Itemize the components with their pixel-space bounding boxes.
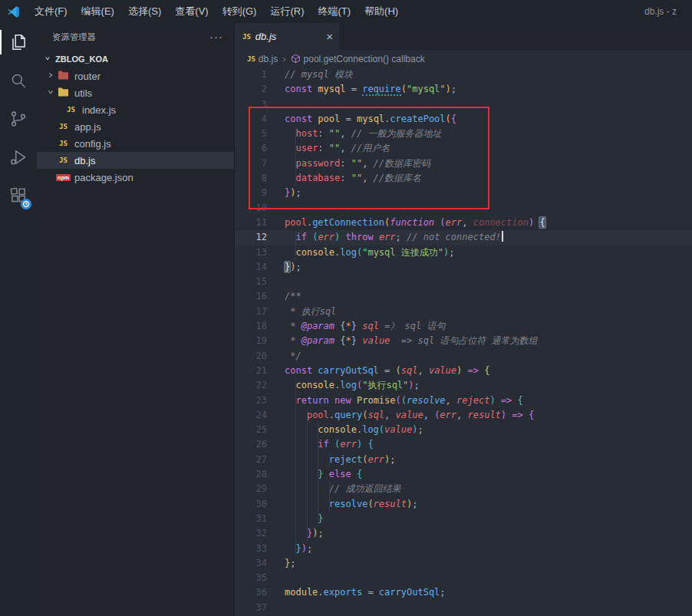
- line-number[interactable]: 22: [235, 378, 267, 393]
- line-number[interactable]: 15: [235, 275, 267, 289]
- code-line-11[interactable]: 11pool.getConnection(function (err, conn…: [235, 216, 692, 230]
- menu-item-5[interactable]: 运行(R): [263, 0, 311, 23]
- code-line-32[interactable]: 32 });: [235, 526, 692, 541]
- line-number[interactable]: 30: [235, 497, 267, 512]
- code-line-3[interactable]: 3: [235, 97, 692, 112]
- code-line-25[interactable]: 25 console.log(value);: [235, 423, 692, 437]
- line-number[interactable]: 26: [235, 437, 267, 452]
- code-line-14[interactable]: 14});: [235, 260, 692, 275]
- line-number[interactable]: 18: [235, 319, 267, 334]
- line-number[interactable]: 7: [235, 156, 267, 171]
- line-number[interactable]: 10: [235, 201, 267, 216]
- code-line-31[interactable]: 31 }: [235, 512, 692, 526]
- code-line-29[interactable]: 29 // 成功返回结果: [235, 482, 692, 496]
- code-line-30[interactable]: 30 resolve(result);: [235, 497, 692, 512]
- line-number[interactable]: 2: [235, 82, 267, 97]
- tree-item-db-js[interactable]: JSdb.js: [37, 152, 234, 169]
- run-and-debug-icon[interactable]: [0, 138, 37, 176]
- line-number[interactable]: 16: [235, 289, 267, 304]
- tree-item-index-js[interactable]: JSindex.js: [37, 101, 234, 118]
- tree-item-config-js[interactable]: JSconfig.js: [37, 135, 234, 152]
- line-number[interactable]: 12: [235, 230, 267, 245]
- code-line-35[interactable]: 35: [235, 571, 692, 585]
- line-number[interactable]: 14: [235, 260, 267, 275]
- tab-dbjs[interactable]: JS db.js ×: [235, 23, 339, 50]
- line-number[interactable]: 5: [235, 127, 267, 141]
- code-line-27[interactable]: 27 reject(err);: [235, 453, 692, 467]
- line-number[interactable]: 9: [235, 186, 267, 200]
- line-number[interactable]: 3: [235, 97, 267, 112]
- line-number[interactable]: 11: [235, 216, 267, 230]
- line-number[interactable]: 29: [235, 482, 267, 496]
- line-number[interactable]: 19: [235, 334, 267, 348]
- project-section-header[interactable]: ZBLOG_KOA: [37, 51, 234, 68]
- line-number[interactable]: 34: [235, 556, 267, 571]
- line-number[interactable]: 1: [235, 68, 267, 82]
- menu-item-2[interactable]: 选择(S): [121, 0, 168, 23]
- code-line-23[interactable]: 23 return new Promise((resolve, reject) …: [235, 394, 692, 408]
- code-line-36[interactable]: 36module.exports = carryOutSql;: [235, 585, 692, 600]
- search-icon[interactable]: [0, 61, 37, 100]
- tree-item-package-json[interactable]: npmpackage.json: [37, 169, 234, 186]
- menu-item-4[interactable]: 转到(G): [216, 0, 264, 23]
- code-line-19[interactable]: 19 * @param {*} value => sql 语句占位符 通常为数组: [235, 334, 692, 348]
- tree-item-app-js[interactable]: JSapp.js: [37, 118, 234, 135]
- line-number[interactable]: 4: [235, 112, 267, 127]
- line-number[interactable]: 35: [235, 571, 267, 585]
- code-line-2[interactable]: 2const mysql = require("mysql");: [235, 82, 692, 97]
- menu-item-6[interactable]: 终端(T): [311, 0, 358, 23]
- tab-close-icon[interactable]: ×: [326, 31, 333, 42]
- line-number[interactable]: 20: [235, 349, 267, 364]
- tree-item-utils[interactable]: utils: [37, 84, 234, 101]
- line-number[interactable]: 27: [235, 453, 267, 467]
- code-line-20[interactable]: 20 */: [235, 349, 692, 364]
- code-line-7[interactable]: 7 password: "", //数据库密码: [235, 156, 692, 171]
- line-number[interactable]: 32: [235, 526, 267, 541]
- line-number[interactable]: 17: [235, 305, 267, 319]
- menu-item-3[interactable]: 查看(V): [168, 0, 215, 23]
- code-editor[interactable]: 1// mysql 模块2const mysql = require("mysq…: [235, 68, 692, 616]
- code-line-10[interactable]: 10: [235, 201, 692, 216]
- code-line-6[interactable]: 6 user: "", //用户名: [235, 141, 692, 156]
- code-line-8[interactable]: 8 database: "", //数据库名: [235, 171, 692, 186]
- code-line-5[interactable]: 5 host: "", // 一般为服务器地址: [235, 127, 692, 141]
- breadcrumb-symbol[interactable]: pool.getConnection() callback: [291, 54, 425, 64]
- line-number[interactable]: 28: [235, 467, 267, 482]
- code-line-21[interactable]: 21const carryOutSql = (sql, value) => {: [235, 364, 692, 378]
- line-number[interactable]: 6: [235, 141, 267, 156]
- line-number[interactable]: 24: [235, 408, 267, 423]
- tree-item-router[interactable]: router: [37, 68, 234, 84]
- explorer-more-actions-icon[interactable]: ···: [209, 33, 223, 41]
- line-number[interactable]: 23: [235, 394, 267, 408]
- code-line-34[interactable]: 34};: [235, 556, 692, 571]
- code-line-22[interactable]: 22 console.log("执行sql");: [235, 378, 692, 393]
- code-line-15[interactable]: 15: [235, 275, 692, 289]
- code-line-13[interactable]: 13 console.log("mysql 连接成功");: [235, 245, 692, 260]
- code-line-33[interactable]: 33 });: [235, 542, 692, 556]
- line-number[interactable]: 21: [235, 364, 267, 378]
- menu-item-1[interactable]: 编辑(E): [74, 0, 121, 23]
- line-number[interactable]: 36: [235, 585, 267, 600]
- breadcrumb-file[interactable]: JS db.js: [247, 54, 278, 64]
- line-number[interactable]: 8: [235, 171, 267, 186]
- code-line-18[interactable]: 18 * @param {*} sql =》 sql 语句: [235, 319, 692, 334]
- code-line-1[interactable]: 1// mysql 模块: [235, 68, 692, 82]
- code-line-26[interactable]: 26 if (err) {: [235, 437, 692, 452]
- code-line-9[interactable]: 9});: [235, 186, 692, 200]
- code-line-24[interactable]: 24 pool.query(sql, value, (err, result) …: [235, 408, 692, 423]
- code-line-12[interactable]: 12 if (err) throw err; // not connected!: [235, 230, 692, 245]
- line-number[interactable]: 37: [235, 601, 267, 615]
- menu-item-7[interactable]: 帮助(H): [358, 0, 405, 23]
- line-number[interactable]: 13: [235, 245, 267, 260]
- explorer-icon[interactable]: [0, 23, 37, 61]
- code-line-4[interactable]: 4const pool = mysql.createPool({: [235, 112, 692, 127]
- code-line-17[interactable]: 17 * 执行sql: [235, 305, 692, 319]
- menu-item-0[interactable]: 文件(F): [28, 0, 74, 23]
- code-line-28[interactable]: 28 } else {: [235, 467, 692, 482]
- source-control-icon[interactable]: [0, 100, 37, 138]
- line-number[interactable]: 25: [235, 423, 267, 437]
- line-number[interactable]: 33: [235, 542, 267, 556]
- line-number[interactable]: 31: [235, 512, 267, 526]
- code-line-16[interactable]: 16/**: [235, 289, 692, 304]
- extensions-icon[interactable]: [0, 176, 37, 215]
